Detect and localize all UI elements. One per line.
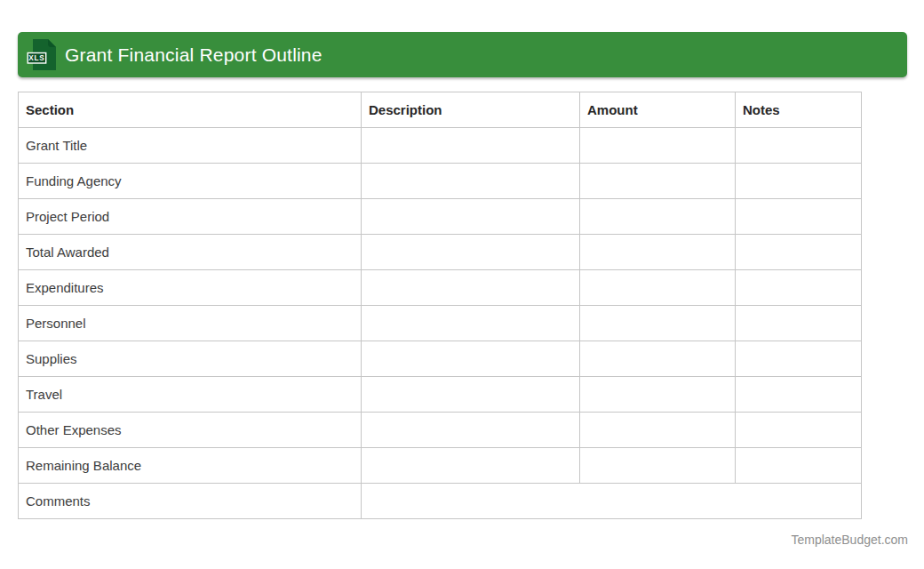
section-cell: Remaining Balance — [19, 448, 362, 484]
table-row: Supplies — [19, 341, 862, 377]
amount-cell — [580, 128, 736, 164]
table-row: Funding Agency — [19, 164, 862, 199]
amount-cell — [580, 199, 736, 235]
description-cell — [362, 164, 580, 199]
column-header-description: Description — [362, 92, 580, 128]
table-row: Grant Title — [19, 128, 862, 164]
table-row: Remaining Balance — [19, 448, 862, 484]
section-cell: Comments — [19, 484, 362, 519]
notes-cell — [736, 341, 862, 377]
notes-cell — [736, 235, 862, 270]
notes-cell — [736, 413, 862, 448]
amount-cell — [580, 306, 736, 341]
notes-cell — [736, 306, 862, 341]
page-title: Grant Financial Report Outline — [65, 44, 323, 66]
table-row: Personnel — [19, 306, 862, 341]
amount-cell — [580, 341, 736, 377]
report-table: Section Description Amount Notes Grant T… — [18, 92, 862, 519]
column-header-amount: Amount — [580, 92, 736, 128]
section-cell: Grant Title — [19, 128, 362, 164]
amount-cell — [580, 413, 736, 448]
description-cell — [362, 199, 580, 235]
notes-cell — [736, 377, 862, 413]
column-header-notes: Notes — [736, 92, 862, 128]
table-row: Expenditures — [19, 270, 862, 306]
section-cell: Travel — [19, 377, 362, 413]
amount-cell — [580, 377, 736, 413]
description-cell — [362, 306, 580, 341]
table-header-row: Section Description Amount Notes — [19, 92, 862, 128]
section-cell: Supplies — [19, 341, 362, 377]
table-row: Total Awarded — [19, 235, 862, 270]
section-cell: Expenditures — [19, 270, 362, 306]
table-row: Other Expenses — [19, 413, 862, 448]
column-header-section: Section — [19, 92, 362, 128]
section-cell: Funding Agency — [19, 164, 362, 199]
table-row: Travel — [19, 377, 862, 413]
table-row: Project Period — [19, 199, 862, 235]
description-cell — [362, 341, 580, 377]
notes-cell — [736, 270, 862, 306]
notes-cell — [736, 199, 862, 235]
footer-credit-link[interactable]: TemplateBudget.com — [791, 533, 908, 547]
notes-cell — [736, 448, 862, 484]
table-row: Comments — [19, 484, 862, 519]
description-cell — [362, 377, 580, 413]
title-banner: XLS Grant Financial Report Outline — [18, 32, 907, 77]
description-cell — [362, 448, 580, 484]
section-cell: Total Awarded — [19, 235, 362, 270]
svg-text:XLS: XLS — [28, 54, 44, 62]
merged-empty-cell — [362, 484, 862, 519]
xls-file-icon: XLS — [27, 38, 57, 71]
notes-cell — [736, 164, 862, 199]
report-table-body: Grant TitleFunding AgencyProject PeriodT… — [19, 128, 862, 519]
description-cell — [362, 413, 580, 448]
amount-cell — [580, 235, 736, 270]
amount-cell — [580, 448, 736, 484]
section-cell: Other Expenses — [19, 413, 362, 448]
notes-cell — [736, 128, 862, 164]
amount-cell — [580, 270, 736, 306]
description-cell — [362, 270, 580, 306]
description-cell — [362, 235, 580, 270]
section-cell: Personnel — [19, 306, 362, 341]
description-cell — [362, 128, 580, 164]
section-cell: Project Period — [19, 199, 362, 235]
amount-cell — [580, 164, 736, 199]
